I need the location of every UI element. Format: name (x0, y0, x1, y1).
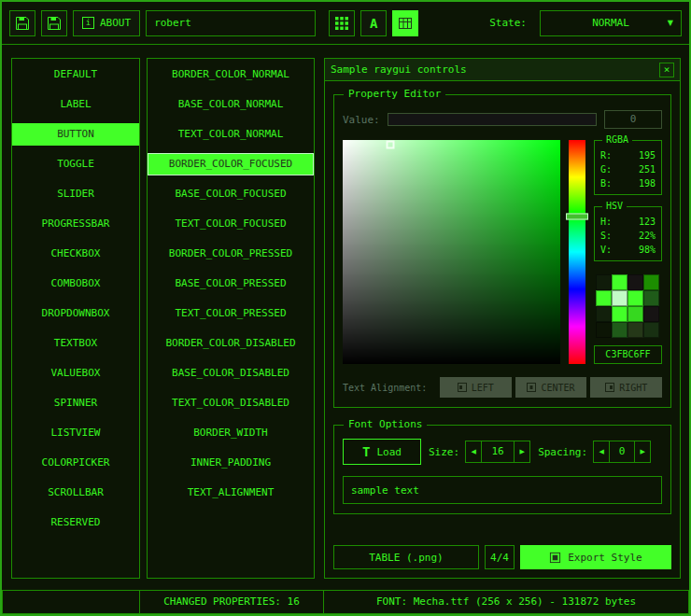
size-increase-button[interactable]: ▶ (514, 441, 530, 463)
sample-text-input[interactable] (343, 476, 662, 504)
spacing-decrease-button[interactable]: ◀ (593, 441, 610, 463)
palette-cell-10[interactable] (628, 306, 643, 322)
palette-cell-15[interactable] (643, 322, 659, 338)
palette-cell-0[interactable] (596, 274, 612, 290)
property-base-color-pressed[interactable]: BASE_COLOR_PRESSED (148, 273, 314, 295)
control-scrollbar[interactable]: SCROLLBAR (12, 482, 139, 504)
property-text-color-pressed[interactable]: TEXT_COLOR_PRESSED (148, 302, 314, 325)
size-decrease-button[interactable]: ◀ (465, 441, 482, 463)
property-border-color-focused[interactable]: BORDER_COLOR_FOCUSED (148, 153, 314, 175)
h-label: H: (600, 215, 612, 229)
hsv-label: HSV (602, 201, 627, 211)
font-options-label: Font Options (344, 418, 427, 430)
control-reserved[interactable]: RESERVED (12, 511, 139, 534)
control-checkbox[interactable]: CHECKBOX (12, 243, 139, 265)
about-button[interactable]: i ABOUT (73, 10, 140, 36)
property-text-color-disabled[interactable]: TEXT_COLOR_DISABLED (148, 392, 314, 414)
export-icon (549, 552, 561, 564)
align-center-button[interactable]: CENTER (515, 377, 587, 398)
palette-cell-13[interactable] (612, 322, 628, 338)
property-border-color-pressed[interactable]: BORDER_COLOR_PRESSED (148, 243, 314, 265)
control-textbox[interactable]: TEXTBOX (12, 332, 139, 355)
align-right-button[interactable]: RIGHT (590, 377, 662, 398)
control-progressbar[interactable]: PROGRESSBAR (12, 213, 139, 235)
palette-cell-9[interactable] (612, 306, 628, 322)
control-spinner[interactable]: SPINNER (12, 392, 139, 414)
font-view-button[interactable]: A (360, 10, 387, 36)
palette-cell-11[interactable] (643, 306, 659, 322)
hsv-v-row: V: 98% (600, 243, 656, 257)
align-left-button[interactable]: LEFT (440, 377, 512, 398)
control-label[interactable]: LABEL (12, 93, 139, 116)
rgba-g-row: G: 251 (600, 162, 656, 176)
controls-view-button[interactable] (392, 10, 418, 36)
export-format-button[interactable]: TABLE (.png) (333, 545, 479, 569)
palette-cell-12[interactable] (596, 322, 612, 338)
left-arrow-icon: ◀ (471, 448, 475, 455)
palette-cell-7[interactable] (643, 290, 659, 306)
property-base-color-normal[interactable]: BASE_COLOR_NORMAL (148, 93, 314, 116)
spacing-value[interactable]: 0 (609, 441, 635, 463)
info-icon: i (82, 17, 94, 29)
property-text-color-normal[interactable]: TEXT_COLOR_NORMAL (148, 123, 314, 146)
property-border-color-normal[interactable]: BORDER_COLOR_NORMAL (148, 63, 314, 86)
property-text-color-focused[interactable]: TEXT_COLOR_FOCUSED (148, 213, 314, 235)
size-value[interactable]: 16 (481, 441, 515, 463)
property-inner-padding[interactable]: INNER_PADDING (148, 452, 314, 474)
style-table-view-button[interactable] (329, 10, 355, 36)
control-listview[interactable]: LISTVIEW (12, 422, 139, 444)
save-file-as-button[interactable] (41, 10, 67, 36)
palette-cell-3[interactable] (643, 274, 659, 290)
save-file-button[interactable] (9, 10, 35, 36)
control-default[interactable]: DEFAULT (12, 63, 139, 86)
font-load-button[interactable]: T Load (343, 439, 421, 465)
property-editor-label: Property Editor (344, 88, 445, 100)
state-label: State: (489, 17, 527, 29)
hue-bar[interactable] (569, 140, 585, 364)
palette-cell-5[interactable] (612, 290, 628, 306)
floppy-icon (15, 16, 30, 31)
property-border-color-disabled[interactable]: BORDER_COLOR_DISABLED (148, 332, 314, 355)
s-value: 22% (639, 229, 656, 243)
b-label: B: (600, 176, 612, 190)
palette-cell-4[interactable] (596, 290, 612, 306)
color-gradient[interactable] (343, 140, 560, 364)
page-indicator[interactable]: 4/4 (485, 545, 515, 569)
control-dropdownbox[interactable]: DROPDOWNBOX (12, 302, 139, 325)
value-row: Value: 0 (343, 110, 662, 129)
rgba-label: RGBA (602, 134, 632, 145)
palette-cell-8[interactable] (596, 306, 612, 322)
window-titlebar[interactable]: Sample raygui controls × (325, 59, 680, 81)
state-dropdown[interactable]: NORMAL ▼ (540, 10, 682, 36)
spacing-increase-button[interactable]: ▶ (634, 441, 651, 463)
palette-cell-14[interactable] (628, 322, 643, 338)
value-slider[interactable] (388, 113, 597, 126)
export-style-label: Export Style (568, 552, 642, 564)
left-arrow-icon: ◀ (599, 448, 603, 455)
palette-cell-6[interactable] (628, 290, 643, 306)
palette-cell-1[interactable] (612, 274, 628, 290)
palette-cell-2[interactable] (628, 274, 643, 290)
r-value: 195 (639, 148, 656, 162)
hex-color-input[interactable]: C3FBC6FF (594, 345, 662, 364)
control-toggle[interactable]: TOGGLE (12, 153, 139, 175)
property-border-width[interactable]: BORDER_WIDTH (148, 422, 314, 444)
style-name-input[interactable] (146, 10, 316, 36)
control-slider[interactable]: SLIDER (12, 183, 139, 205)
color-cursor[interactable] (387, 140, 395, 148)
control-button[interactable]: BUTTON (12, 123, 139, 146)
property-text-alignment[interactable]: TEXT_ALIGNMENT (148, 482, 314, 504)
floppy-icon (47, 16, 62, 31)
rgba-b-row: B: 198 (600, 176, 656, 190)
control-colorpicker[interactable]: COLORPICKER (12, 452, 139, 474)
property-base-color-disabled[interactable]: BASE_COLOR_DISABLED (148, 362, 314, 385)
hue-handle[interactable] (566, 214, 588, 220)
close-button[interactable]: × (659, 63, 674, 77)
control-combobox[interactable]: COMBOBOX (12, 273, 139, 295)
value-box[interactable]: 0 (604, 110, 662, 129)
control-valuebox[interactable]: VALUEBOX (12, 362, 139, 385)
properties-list: BORDER_COLOR_NORMALBASE_COLOR_NORMALTEXT… (147, 58, 315, 579)
export-style-button[interactable]: Export Style (520, 545, 671, 569)
property-base-color-focused[interactable]: BASE_COLOR_FOCUSED (148, 183, 314, 205)
changed-properties-status: CHANGED PROPERTIES: 16 (139, 590, 324, 614)
